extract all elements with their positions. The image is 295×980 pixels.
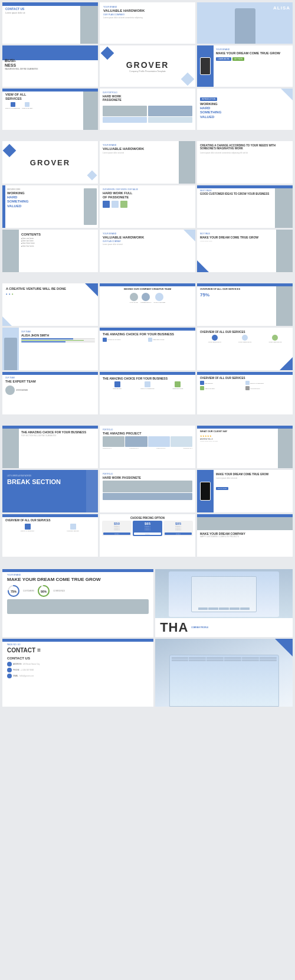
grover-title: GROVER — [126, 60, 169, 70]
slide-creative-venture[interactable]: A CREATIVE VENTURE WILL BE DONE ◆ ◆ ◆ — [2, 283, 98, 326]
service-label: DIGITAL MARKETING — [250, 383, 264, 384]
slide-dream-large[interactable]: YOUR BRAND MAKE YOUR DREAM COME TRUE GRO… — [2, 569, 153, 637]
slide-title: BEHIND OUR COMPANY CREATIVE TEAM — [103, 288, 192, 291]
address-value: 123 Street Name City — [23, 663, 40, 665]
slide-amazing-choice-2[interactable]: THE AMAZING CHOICE FOR YOUR BUSINESS WEB… — [100, 372, 195, 414]
slide-business[interactable]: BUSI-NESS VALIDATION WILL DEFINE GUARANT… — [2, 45, 98, 87]
slide-valuable-2[interactable]: YOUR BRAND VALUABLE HARDWORK Lorem ipsum… — [100, 141, 195, 184]
icon-label: CREATIVE IDEA — [22, 107, 33, 109]
slide-sublabel: OUR PLAN COMPANY — [103, 240, 192, 243]
slide-working-hard[interactable]: GROVER CORE WORKINGHARDSOMETHINGVALUED — [2, 185, 98, 228]
slide-introduction[interactable]: INTRODUCTION WORKINGHARDSOMETHINGVALUED — [197, 89, 293, 130]
s3-row-1: A CREATIVE VENTURE WILL BE DONE ◆ ◆ ◆ BE… — [2, 283, 293, 326]
icon-label: PERFORMANCE — [153, 339, 164, 341]
s4-row-2: LET'S WRITE A FEW WORDS BREAK SECTION PO… — [2, 470, 293, 512]
email-label: EMAIL — [13, 675, 18, 677]
progress-label: CUSTOMERS — [23, 590, 34, 592]
section-1: CONTACT US Lorem ipsum dolor sit YOUR BR… — [0, 0, 295, 130]
bottom-row-2: PAGE NO / 40 CONTACT = CONTACT US ADDRES… — [2, 639, 293, 707]
slide-sublabel: GROVER CORE — [7, 188, 95, 191]
slide-label: OUR PORTFOLIO — [103, 92, 192, 94]
slide-customer-ideas[interactable]: CONTACT US Lorem ipsum dolor sit — [2, 2, 98, 44]
slide-title: THE EXPERT TEAM — [5, 380, 95, 384]
select-btn[interactable]: SELECT — [134, 533, 161, 535]
svg-text:90%: 90% — [41, 590, 47, 593]
slide-team[interactable]: BEHIND OUR COMPANY CREATIVE TEAM ALISA D… — [100, 283, 195, 326]
slide-body: Lorem ipsum dolor sit amet consectetur a… — [103, 17, 192, 19]
slide-overview-icons-1[interactable]: OVERVIEW OF ALL OUR SERVICES YOUR SERVIC… — [197, 328, 293, 370]
slide-dream-1[interactable]: YOUR BRAND MAKE YOUR DREAM COME TRUE GRO… — [197, 45, 293, 87]
slide-title: VALUABLE HARDWORK — [103, 147, 176, 151]
slide-amazing-project[interactable]: PORTFOLIO THE AMAZING PROJECT PORTFOLIO … — [100, 426, 195, 468]
slide-label: OUR MISSION / OUR VISION / OUR VALUE — [103, 188, 192, 191]
slide-sublabel: OUR PLAN COMPANY — [103, 14, 192, 16]
slide-dream-company[interactable]: MAKE YOUR DREAM COMPANY HAPPY CUSTOMERS … — [197, 514, 293, 557]
select-btn[interactable]: SELECT — [165, 533, 192, 535]
slide-building-large[interactable] — [155, 639, 293, 707]
slide-overview-icons-2[interactable]: OVERVIEW OF ALL OUR SERVICES B2B DESIGN … — [197, 372, 293, 414]
slide-hardwork-full[interactable]: OUR MISSION / OUR VISION / OUR VALUE HAR… — [100, 185, 195, 228]
slide-valuable-3[interactable]: YOUR BRAND VALUABLE HARDWORK OUR PLAN CO… — [100, 230, 195, 272]
slide-title: VALUABLE HARDWORK — [103, 9, 192, 13]
section-5: YOUR BRAND MAKE YOUR DREAM COME TRUE GRO… — [0, 569, 295, 707]
service-label: CREATIVE IDEA — [205, 388, 215, 389]
team-name: ANDREW BILLS — [140, 302, 152, 303]
icon-label: DIGITAL MARKETING — [133, 388, 162, 389]
slide-pricing[interactable]: CHOOSE PRICING OPTION $50 Feature 1Featu… — [100, 514, 195, 557]
slide-title: MAKE YOUR DREAM COME TRUE GROW — [200, 236, 274, 240]
s4-row-1: THE AMAZING CHOICE FOR YOUR BUSINESS FOR… — [2, 426, 293, 468]
slide-portfolio[interactable]: OUR PORTFOLIO HARD WORKPASSIONETE — [100, 89, 195, 130]
section-2: GROVER YOUR BRAND VALUABLE HARDWORK Lore… — [0, 141, 295, 272]
slide-title: THE AMAZING CHOICE FOR YOUR BUSINESS — [21, 430, 95, 434]
contact-title: CONTACT US — [7, 656, 149, 660]
slide-grover-2[interactable]: GROVER — [2, 141, 98, 184]
btn-2[interactable]: GET NOW — [232, 57, 244, 61]
slide-title: WHAT OUR CLIENT SAY — [200, 430, 276, 433]
slide-dream-2[interactable]: MAKE YOUR DREAM COME TRUE GROW Lorem ips… — [197, 470, 293, 512]
slide-contact-us[interactable]: PAGE NO / 40 CONTACT = CONTACT US ADDRES… — [2, 639, 153, 707]
slide-title: HARD WORKPASSIONETE — [103, 94, 192, 102]
slide-valuable-hardwork-1[interactable]: YOUR BRAND VALUABLE HARDWORK OUR PLAN CO… — [100, 2, 195, 44]
icon-2: ◆ — [9, 293, 10, 295]
slide-title: WORKINGHARDSOMETHINGVALUED — [200, 102, 290, 119]
slide-good-customer[interactable]: NEXT PAGE GOOD CUSTOMER IDEAS TO GROW YO… — [197, 185, 293, 228]
separator-4 — [0, 558, 295, 569]
slide-break-section[interactable]: LET'S WRITE A FEW WORDS BREAK SECTION — [2, 470, 98, 512]
section-3: A CREATIVE VENTURE WILL BE DONE ◆ ◆ ◆ BE… — [0, 283, 295, 414]
slide-label: OUR TEAM — [5, 377, 95, 379]
icon-label: DIGITAL MARKETING — [5, 530, 50, 531]
price-features: Feature 1Feature 2Feature 3 — [103, 525, 130, 531]
btn-1[interactable]: LEARN MORE — [216, 57, 231, 61]
service-label: YOUR SERVICE 01 — [200, 341, 229, 343]
row-2: BUSI-NESS VALIDATION WILL DEFINE GUARANT… — [2, 45, 293, 87]
slide-alisa-1[interactable]: ALISA — [197, 2, 293, 44]
slide-label: YOUR BRAND — [216, 48, 290, 51]
slide-overview-final[interactable]: OVERVIEW OF ALL OUR SERVICES DIGITAL MAR… — [2, 514, 98, 557]
slide-client-say[interactable]: WHAT OUR CLIENT SAY ★★★★★ ANDREW WILLS L… — [197, 426, 293, 468]
icon-label: PERFORMANCE — [163, 388, 192, 389]
slide-title: OVERVIEW OF ALL OUR SERVICES — [200, 377, 290, 380]
slide-title: CHOOSE PRICING OPTION — [102, 517, 193, 520]
slide-amazing-photo[interactable]: THE AMAZING CHOICE FOR YOUR BUSINESS FOR… — [2, 426, 98, 468]
slide-contents[interactable]: CONTENTS ■ Item one lorem■ Item two lore… — [2, 230, 98, 272]
slide-label: NEXT PAGE — [200, 190, 273, 192]
slide-tha[interactable]: THA COMPANY PROFILE — [155, 569, 293, 637]
slide-title: CONTACT = — [7, 647, 149, 654]
slide-grover-main[interactable]: GROVER Company Profile Presentation Temp… — [100, 45, 195, 87]
select-btn[interactable]: SELECT — [103, 533, 130, 535]
slide-title: THE AMAZING PROJECT — [103, 432, 192, 435]
btn-read-more[interactable]: READ MORE — [216, 487, 228, 490]
grover-title-2: GROVER — [30, 158, 70, 167]
slide-services-1[interactable]: VIEW OF ALLSERVICES DIGITAL MARKETING CR… — [2, 89, 98, 130]
slide-hardwork-passionete[interactable]: PORTFOLIO HARD WORK PASSIONETE — [100, 470, 195, 512]
slide-amazing-choice-1[interactable]: THE AMAZING CHOICE FOR YOUR BUSINESS COM… — [100, 328, 195, 370]
slide-body: Lorem ipsum dolor sit amet — [103, 243, 192, 246]
portfolio-label: PORTFOLIO 4 — [183, 447, 192, 449]
slide-marketing[interactable]: NEXT PAGE MAKE YOUR DREAM COME TRUE GROW… — [197, 230, 293, 272]
slide-overview-percent[interactable]: OVERVIEW OF ALL OUR SERVICES 75% — [197, 283, 293, 326]
slide-creating-change[interactable]: CREATING A CHANGE ACCORDING TO YOUR NEED… — [197, 141, 293, 184]
slide-expert-team[interactable]: OUR TEAM THE EXPERT TEAM JESSICA BEAN — [2, 372, 98, 414]
row-3: VIEW OF ALLSERVICES DIGITAL MARKETING CR… — [2, 89, 293, 130]
slide-alisa-smith[interactable]: OUR TEAM ALISA JHON SMITH — [2, 328, 98, 370]
slide-body: ■ Item one lorem■ Item two lorem■ Item t… — [21, 237, 95, 247]
